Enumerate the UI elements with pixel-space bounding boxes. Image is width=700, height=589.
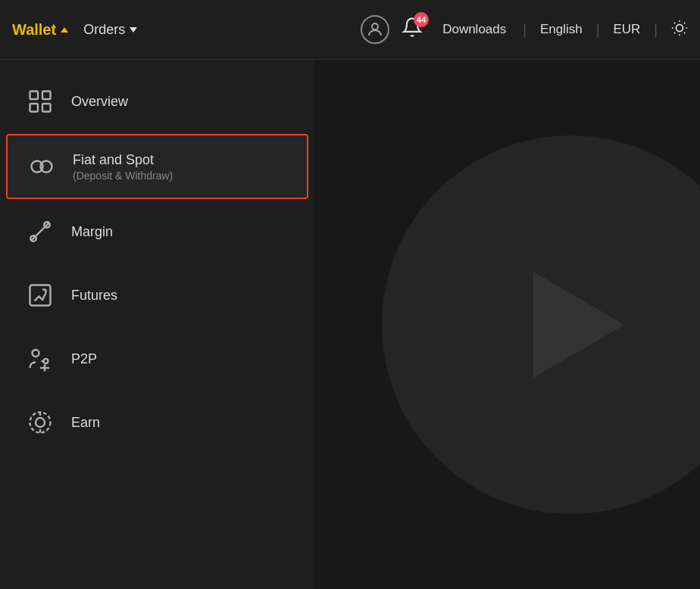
currency-label: EUR	[613, 22, 640, 36]
overview-label: Overview	[71, 94, 128, 110]
decorative-circle	[382, 136, 700, 514]
main-content: Overview Fiat and Spot (Deposit & Withdr…	[0, 60, 700, 589]
theme-toggle-button[interactable]	[671, 20, 688, 40]
p2p-icon	[24, 343, 56, 375]
margin-label: Margin	[71, 224, 113, 240]
fiat-and-spot-icon	[26, 151, 58, 182]
sidebar-item-p2p[interactable]: P2P	[6, 328, 308, 390]
right-content-area	[314, 60, 700, 589]
sidebar-item-overview[interactable]: Overview	[6, 70, 308, 132]
svg-rect-19	[30, 285, 51, 306]
svg-rect-11	[42, 92, 51, 100]
wallet-label: Wallet	[12, 21, 56, 39]
play-arrow-icon	[533, 272, 624, 378]
p2p-label-group: P2P	[71, 351, 97, 367]
fiat-and-spot-sublabel: (Deposit & Withdraw)	[73, 170, 173, 182]
sidebar: Overview Fiat and Spot (Deposit & Withdr…	[0, 60, 314, 589]
p2p-label: P2P	[71, 351, 97, 367]
svg-line-9	[684, 22, 685, 23]
svg-point-0	[372, 23, 378, 30]
earn-label: Earn	[71, 415, 100, 431]
svg-rect-12	[30, 104, 39, 112]
downloads-nav-item[interactable]: Downloads	[442, 22, 506, 37]
futures-label-group: Futures	[71, 288, 117, 304]
svg-point-27	[36, 418, 45, 427]
sidebar-item-futures[interactable]: Futures	[6, 264, 308, 326]
overview-icon	[24, 86, 56, 117]
svg-line-5	[684, 32, 685, 33]
svg-line-4	[674, 22, 675, 23]
fiat-and-spot-label: Fiat and Spot	[73, 152, 173, 168]
svg-point-1	[676, 24, 683, 31]
orders-arrow-down-icon	[130, 27, 137, 33]
earn-icon	[24, 407, 56, 438]
profile-avatar	[361, 15, 389, 44]
top-navigation: Wallet Orders 44 Downloads | English	[0, 0, 700, 60]
margin-label-group: Margin	[71, 224, 113, 240]
sidebar-item-fiat-and-spot[interactable]: Fiat and Spot (Deposit & Withdraw)	[6, 134, 308, 199]
divider-2: |	[596, 22, 600, 38]
futures-label: Futures	[71, 288, 117, 304]
svg-rect-13	[42, 104, 51, 112]
divider-1: |	[523, 22, 527, 38]
futures-icon	[24, 279, 56, 311]
fiat-and-spot-label-group: Fiat and Spot (Deposit & Withdraw)	[73, 152, 173, 182]
wallet-nav-item[interactable]: Wallet	[12, 21, 68, 39]
notifications-button[interactable]: 44	[402, 17, 423, 42]
divider-3: |	[654, 22, 658, 38]
svg-point-22	[33, 350, 39, 357]
svg-line-16	[31, 223, 49, 241]
language-selector[interactable]: English	[540, 22, 583, 37]
language-label: English	[540, 22, 583, 36]
orders-nav-item[interactable]: Orders	[83, 22, 137, 38]
currency-selector[interactable]: EUR	[613, 22, 640, 37]
sidebar-item-margin[interactable]: Margin	[6, 201, 308, 263]
notification-count-badge: 44	[414, 12, 429, 27]
profile-button[interactable]	[361, 15, 389, 44]
wallet-arrow-up-icon	[61, 27, 68, 33]
svg-line-8	[674, 32, 675, 33]
orders-label: Orders	[83, 22, 125, 38]
sidebar-item-earn[interactable]: Earn	[6, 391, 308, 453]
overview-label-group: Overview	[71, 94, 128, 110]
earn-label-group: Earn	[71, 415, 100, 431]
svg-rect-10	[30, 92, 39, 100]
downloads-label: Downloads	[442, 22, 506, 36]
margin-icon	[24, 216, 56, 248]
